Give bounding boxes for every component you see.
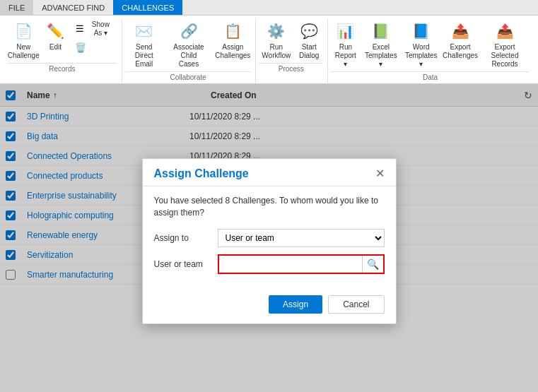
user-team-search-button[interactable]: 🔍 (362, 256, 383, 273)
user-or-team-field: User or team 🔍 (154, 254, 385, 274)
delete-icon: 🗑️ (74, 40, 88, 54)
search-icon: 🔍 (367, 259, 379, 270)
ribbon: 📄 NewChallenge ✏️ Edit ☰ Show As ▾ 🗑️ (0, 16, 538, 84)
dialog-title: Assign Challenge (154, 167, 249, 180)
edit-icon: ✏️ (44, 20, 66, 42)
send-direct-email-button[interactable]: ✉️ Send DirectEmail (125, 18, 163, 70)
tab-file[interactable]: FILE (0, 0, 33, 15)
user-or-team-input[interactable] (219, 257, 362, 271)
export-selected-icon: 📤 (493, 20, 516, 42)
run-workflow-button[interactable]: ⚙️ RunWorkflow (259, 18, 293, 61)
start-dialog-button[interactable]: 💬 StartDialog (295, 18, 323, 61)
excel-templates-icon: 📗 (370, 20, 392, 42)
associate-child-cases-button[interactable]: 🔗 Associate ChildCases (165, 18, 214, 70)
word-templates-icon: 📘 (410, 20, 433, 42)
assign-to-field: Assign to User or team (154, 229, 385, 247)
process-group-label: Process (259, 63, 323, 75)
tab-challenges[interactable]: CHALLENGES (113, 0, 182, 15)
new-challenge-icon: 📄 (12, 20, 35, 42)
tab-bar: FILE ADVANCED FIND CHALLENGES (0, 0, 538, 16)
run-report-icon: 📊 (334, 20, 357, 42)
show-as-icon: ☰ (74, 22, 86, 36)
dialog-header: Assign Challenge ✕ (143, 159, 396, 186)
data-group-label: Data (331, 71, 530, 83)
new-challenge-button[interactable]: 📄 NewChallenge (7, 18, 40, 61)
start-dialog-icon: 💬 (298, 20, 320, 42)
cancel-button[interactable]: Cancel (328, 295, 384, 314)
word-templates-button[interactable]: 📘 WordTemplates ▾ (402, 18, 440, 70)
ribbon-group-data: 📊 RunReport ▾ 📗 ExcelTemplates ▾ 📘 WordT… (328, 18, 534, 83)
run-workflow-icon: ⚙️ (265, 20, 288, 42)
ribbon-group-process: ⚙️ RunWorkflow 💬 StartDialog Process (256, 18, 328, 83)
main-area: Name ↑ Created On ↻ 3D Printing 10/11/20… (0, 84, 538, 392)
excel-templates-button[interactable]: 📗 ExcelTemplates ▾ (361, 18, 400, 70)
dialog-close-button[interactable]: ✕ (375, 168, 385, 179)
modal-overlay: Assign Challenge ✕ You have selected 8 C… (0, 84, 538, 392)
tab-advanced-find[interactable]: ADVANCED FIND (33, 0, 113, 15)
assign-challenge-dialog: Assign Challenge ✕ You have selected 8 C… (142, 158, 397, 324)
dialog-footer: Assign Cancel (143, 290, 396, 323)
delete-button[interactable]: 🗑️ (71, 39, 117, 56)
ribbon-group-collaborate: ✉️ Send DirectEmail 🔗 Associate ChildCas… (122, 18, 257, 83)
associate-child-cases-icon: 🔗 (177, 20, 200, 42)
run-report-button[interactable]: 📊 RunReport ▾ (331, 18, 360, 70)
export-selected-button[interactable]: 📤 Export SelectedRecords (480, 18, 530, 70)
export-challenges-icon: 📤 (449, 20, 472, 42)
ribbon-group-records: 📄 NewChallenge ✏️ Edit ☰ Show As ▾ 🗑️ (4, 18, 122, 83)
assign-challenges-icon: 📋 (221, 20, 244, 42)
send-direct-email-icon: ✉️ (133, 20, 156, 42)
edit-button[interactable]: ✏️ Edit (41, 18, 69, 53)
dialog-description: You have selected 8 Challenges. To whom … (154, 195, 385, 219)
records-group-label: Records (7, 63, 117, 75)
assign-challenges-button[interactable]: 📋 AssignChallenges (214, 18, 251, 61)
user-team-input-wrap: 🔍 (218, 254, 385, 274)
show-as-button[interactable]: ☰ Show As ▾ (71, 18, 117, 39)
dialog-body: You have selected 8 Challenges. To whom … (143, 186, 396, 290)
export-challenges-button[interactable]: 📤 ExportChallenges (442, 18, 479, 61)
assign-to-select[interactable]: User or team (218, 229, 385, 247)
assign-to-label: Assign to (154, 233, 218, 243)
user-or-team-label: User or team (154, 259, 218, 269)
collaborate-group-label: Collaborate (125, 71, 252, 83)
assign-button[interactable]: Assign (269, 295, 322, 314)
